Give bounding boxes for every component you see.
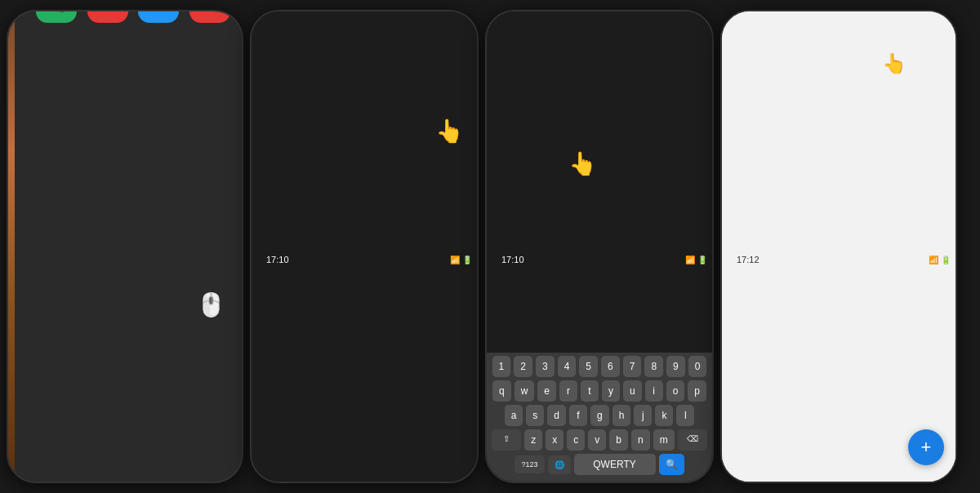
phone1-screen: 17:09 📶 🔋 Воскресенье, 31 Окт 17:09 | 🌤 …: [8, 11, 242, 482]
keyboard-row1: q w e r t y u i o p: [490, 380, 709, 402]
key-1[interactable]: 1: [492, 356, 511, 377]
phone-4: 17:12 📶 🔋 ← ⚙ Task center My tasks 👆 😴 S…: [720, 10, 957, 483]
key-d[interactable]: d: [547, 405, 566, 426]
key-l[interactable]: l: [676, 405, 694, 426]
dock-opera[interactable]: O: [189, 11, 230, 23]
key-i[interactable]: i: [645, 380, 663, 402]
phone4-screen: 17:12 📶 🔋 ← ⚙ Task center My tasks 👆 😴 S…: [722, 11, 956, 482]
key-6[interactable]: 6: [601, 356, 620, 377]
key-k[interactable]: k: [655, 405, 673, 426]
key-q[interactable]: q: [492, 380, 511, 402]
phone2-screen: 17:10 📶 🔋 Запуск Activity 🔍 ⋮ ⚙ 4A Featu…: [252, 11, 477, 482]
key-w[interactable]: w: [514, 380, 535, 402]
dock-telegram[interactable]: ✈: [138, 11, 179, 23]
key-p[interactable]: p: [688, 380, 706, 402]
key-a[interactable]: a: [505, 405, 523, 426]
key-j[interactable]: j: [634, 405, 652, 426]
key-4[interactable]: 4: [558, 356, 577, 377]
key-v[interactable]: v: [588, 429, 606, 451]
key-123[interactable]: ?123: [514, 455, 544, 473]
key-9[interactable]: 9: [666, 356, 685, 377]
key-5[interactable]: 5: [579, 356, 598, 377]
phone4-statusicons: 📶 🔋: [929, 255, 951, 264]
key-3[interactable]: 3: [536, 356, 555, 377]
key-x[interactable]: x: [546, 429, 564, 451]
key-globe[interactable]: 🌐: [548, 455, 571, 474]
key-2[interactable]: 2: [514, 356, 532, 377]
key-h[interactable]: h: [612, 405, 631, 426]
phone2-time: 17:10: [266, 255, 289, 264]
keyboard-bottom-row: ?123 🌐 QWERTY 🔍: [490, 454, 709, 475]
phone2-status-bar: 17:10 📶 🔋: [255, 21, 477, 482]
dock-phone[interactable]: 📞: [36, 11, 77, 23]
fab-add-button[interactable]: +: [908, 429, 944, 465]
key-backspace[interactable]: ⌫: [678, 429, 707, 451]
phone-3: 17:10 📶 🔋 ← AutoTaskManage ✕ ⋮ ▼ 🛡 Secur…: [485, 10, 714, 483]
key-search[interactable]: 🔍: [659, 454, 684, 475]
key-t[interactable]: t: [581, 380, 599, 402]
key-m[interactable]: m: [653, 429, 675, 451]
key-7[interactable]: 7: [623, 356, 642, 377]
key-z[interactable]: z: [524, 429, 542, 451]
key-f[interactable]: f: [569, 405, 587, 426]
key-g[interactable]: g: [590, 405, 609, 426]
key-r[interactable]: r: [559, 380, 577, 402]
phone2-statusicons: 📶 🔋: [450, 255, 472, 264]
key-u[interactable]: u: [623, 380, 642, 402]
key-e[interactable]: e: [537, 380, 556, 402]
phone-1: 17:09 📶 🔋 Воскресенье, 31 Окт 17:09 | 🌤 …: [7, 10, 243, 483]
keyboard-numbers-row: 1 2 3 4 5 6 7 8 9 0: [490, 356, 709, 377]
key-shift[interactable]: ⇧: [492, 429, 521, 451]
keyboard: 1 2 3 4 5 6 7 8 9 0 q w e r t y u i o: [487, 353, 712, 482]
key-0[interactable]: 0: [688, 356, 707, 377]
key-8[interactable]: 8: [644, 356, 663, 377]
keyboard-row2: a s d f g h j k l: [490, 405, 709, 426]
phone3-screen: 17:10 📶 🔋 ← AutoTaskManage ✕ ⋮ ▼ 🛡 Secur…: [487, 11, 712, 482]
key-c[interactable]: c: [567, 429, 585, 451]
keyboard-row3: ⇧ z x c v b n m ⌫: [490, 429, 709, 451]
phone4-status-bar: 17:12 📶 🔋: [725, 21, 956, 482]
plus-icon: +: [921, 437, 932, 458]
key-y[interactable]: y: [602, 380, 620, 402]
key-space[interactable]: QWERTY: [574, 454, 656, 475]
phone3-statusicons: 📶 🔋: [685, 255, 707, 264]
phone-2: 17:10 📶 🔋 Запуск Activity 🔍 ⋮ ⚙ 4A Featu…: [250, 10, 479, 483]
key-b[interactable]: b: [609, 429, 628, 451]
key-s[interactable]: s: [526, 405, 544, 426]
phone3-time: 17:10: [501, 255, 524, 264]
phone1-dock: 📞 🎵 ✈ O: [15, 11, 242, 455]
key-n[interactable]: n: [631, 429, 650, 451]
phone4-time: 17:12: [737, 255, 760, 264]
dock-music[interactable]: 🎵: [87, 11, 128, 23]
key-o[interactable]: o: [666, 380, 685, 402]
